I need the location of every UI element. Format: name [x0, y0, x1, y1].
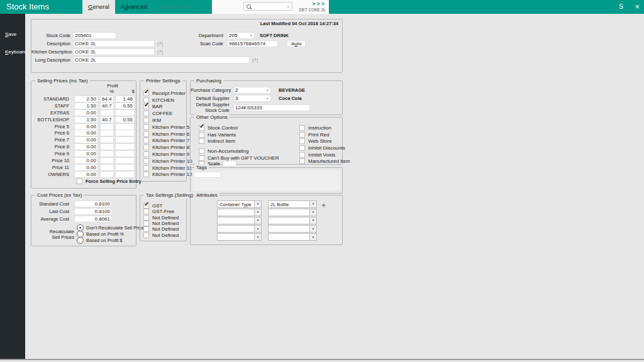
printer-checkbox[interactable]: [143, 131, 149, 137]
attribute-type-dropdown[interactable]: ▼: [217, 233, 262, 241]
profit-dollar-field[interactable]: [115, 150, 135, 157]
default-supplier-stock-code-field[interactable]: [233, 104, 310, 111]
printer-checkbox[interactable]: [143, 145, 149, 150]
price-field[interactable]: [74, 150, 98, 157]
profit-dollar-field[interactable]: [115, 129, 135, 136]
option-checkbox[interactable]: [199, 148, 204, 154]
search-box[interactable]: >: [243, 2, 292, 11]
option-checkbox[interactable]: [199, 132, 204, 138]
attribute-type-dropdown[interactable]: Container Type▼: [217, 200, 262, 208]
profit-percent-field[interactable]: [100, 102, 114, 109]
printer-checkbox[interactable]: [143, 124, 149, 130]
force-selling-price-checkbox[interactable]: [77, 178, 82, 184]
attribute-value-dropdown[interactable]: ▼: [268, 233, 317, 241]
option-checkbox[interactable]: [299, 125, 305, 131]
printer-checkbox[interactable]: ✓: [143, 104, 149, 109]
standard-cost-field[interactable]: [74, 200, 112, 207]
price-field[interactable]: [74, 157, 98, 164]
printer-checkbox[interactable]: [143, 111, 149, 116]
profit-dollar-field[interactable]: [115, 96, 135, 102]
tax-checkbox[interactable]: [143, 233, 149, 238]
stock-code-field[interactable]: [73, 32, 116, 39]
tax-checkbox[interactable]: [143, 226, 149, 232]
profit-dollar-field[interactable]: [115, 102, 135, 109]
tax-checkbox[interactable]: [143, 209, 149, 214]
scan-code-field[interactable]: [227, 40, 278, 47]
profit-percent-field[interactable]: [100, 164, 114, 171]
dropdown-arrow-icon[interactable]: ▼: [254, 217, 261, 224]
profit-percent-field[interactable]: [100, 171, 114, 178]
search-go-icon[interactable]: >: [287, 4, 289, 9]
profit-percent-field[interactable]: [100, 116, 114, 123]
profit-dollar-field[interactable]: [115, 157, 135, 164]
tab-advanced[interactable]: Advanced: [115, 0, 153, 14]
long-description-field[interactable]: [73, 57, 250, 63]
profit-percent-field[interactable]: [100, 123, 114, 130]
profit-dollar-field[interactable]: [115, 143, 135, 150]
search-input[interactable]: [251, 4, 287, 9]
dropdown-arrow-icon[interactable]: ▼: [254, 226, 261, 232]
option-checkbox[interactable]: [199, 138, 204, 144]
attribute-value-dropdown[interactable]: 2L Bottle▼: [268, 200, 317, 208]
recalculate-radio[interactable]: ●: [77, 224, 84, 231]
tax-checkbox[interactable]: [143, 221, 149, 226]
profit-dollar-field[interactable]: [115, 123, 135, 130]
purchase-category-input[interactable]: [234, 87, 264, 93]
profit-percent-field[interactable]: [100, 136, 114, 143]
attribute-value-dropdown[interactable]: ▼: [268, 209, 317, 216]
price-field[interactable]: [74, 123, 98, 130]
profit-dollar-field[interactable]: [115, 116, 135, 123]
price-field[interactable]: [74, 109, 98, 116]
profit-percent-field[interactable]: [100, 96, 114, 102]
dropdown-arrow-icon[interactable]: ▼: [309, 226, 316, 232]
add-attribute-icon[interactable]: +: [321, 200, 326, 210]
keyboard-button[interactable]: Keyboard: [5, 49, 26, 55]
printer-checkbox[interactable]: [143, 151, 149, 157]
auto-scan-code-button[interactable]: Auto: [287, 40, 306, 47]
price-field[interactable]: [74, 96, 98, 102]
department-input[interactable]: [228, 33, 248, 38]
profit-dollar-field[interactable]: [115, 171, 135, 178]
kitchen-description-field[interactable]: [73, 48, 155, 55]
default-supplier-input[interactable]: [234, 96, 264, 101]
dropdown-arrow-icon[interactable]: ▼: [254, 201, 261, 207]
tag-input[interactable]: [194, 172, 221, 178]
printer-checkbox[interactable]: [143, 138, 149, 143]
printer-checkbox[interactable]: [143, 165, 149, 171]
printer-checkbox[interactable]: [143, 118, 149, 123]
settings-button[interactable]: S: [619, 0, 623, 14]
tab-general[interactable]: General: [82, 0, 115, 14]
price-field[interactable]: [74, 171, 98, 178]
tags-area[interactable]: [192, 170, 340, 191]
profit-dollar-field[interactable]: [115, 136, 135, 143]
printer-checkbox[interactable]: [143, 158, 149, 164]
attribute-type-dropdown[interactable]: ▼: [217, 209, 262, 216]
option-checkbox[interactable]: [299, 158, 305, 164]
department-field[interactable]: >: [227, 32, 255, 39]
last-cost-field[interactable]: [74, 208, 112, 215]
profit-percent-field[interactable]: [100, 157, 114, 164]
option-checkbox[interactable]: ✓: [199, 125, 204, 131]
tax-checkbox[interactable]: ✓: [143, 203, 149, 209]
profit-percent-field[interactable]: [100, 150, 114, 157]
dropdown-arrow-icon[interactable]: ▼: [309, 217, 316, 224]
default-supplier-lookup-icon[interactable]: >: [264, 96, 270, 101]
save-button[interactable]: Save: [5, 31, 16, 37]
price-field[interactable]: [74, 143, 98, 150]
profit-dollar-field[interactable]: [115, 109, 135, 116]
purchase-category-lookup-icon[interactable]: >: [264, 88, 270, 92]
attribute-type-dropdown[interactable]: ▼: [217, 217, 262, 224]
dropdown-arrow-icon[interactable]: ▼: [309, 201, 316, 207]
attribute-type-dropdown[interactable]: ▼: [217, 225, 262, 233]
default-supplier-field[interactable]: >: [233, 95, 271, 102]
profit-percent-field[interactable]: [100, 143, 114, 150]
option-checkbox[interactable]: [299, 145, 305, 151]
attribute-value-dropdown[interactable]: ▼: [268, 225, 317, 233]
recalculate-radio[interactable]: [77, 231, 84, 238]
recalculate-radio[interactable]: [77, 237, 84, 244]
purchase-category-field[interactable]: >: [233, 87, 271, 94]
price-field[interactable]: [74, 129, 98, 136]
dropdown-arrow-icon[interactable]: ▼: [254, 234, 261, 240]
option-checkbox[interactable]: [199, 155, 204, 161]
printer-checkbox[interactable]: ✓: [143, 90, 149, 96]
